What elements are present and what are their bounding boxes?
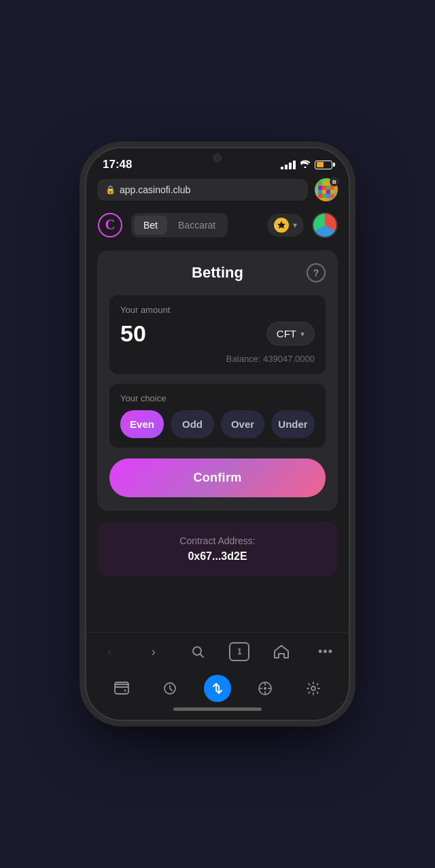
panel-header: Betting ? [109, 264, 326, 282]
browser-nav-row: ‹ › 1 [97, 639, 338, 664]
contract-label: Contract Address: [111, 535, 324, 546]
back-button[interactable]: ‹ [97, 639, 122, 664]
home-bar [173, 707, 262, 711]
amount-section: Your amount 50 CFT ▾ Balance: 439047.000… [109, 295, 326, 374]
choice-buttons: Even Odd Over Under [120, 410, 315, 438]
svg-rect-13 [322, 194, 326, 198]
svg-rect-0 [318, 182, 322, 186]
currency-selector[interactable]: ▾ [267, 214, 304, 237]
avatar-button[interactable]: B [315, 178, 338, 201]
toolbar [97, 672, 338, 703]
search-button[interactable] [186, 639, 210, 664]
wallet-icon [114, 682, 129, 695]
choice-section: Your choice Even Odd Over Under [109, 384, 326, 448]
compass-button[interactable] [250, 676, 280, 701]
svg-rect-14 [326, 194, 330, 198]
token-selector[interactable]: CFT ▾ [266, 322, 315, 346]
nav-tabs: Bet Baccarat [131, 213, 228, 237]
browser-bar: 🔒 app.casinofi.club [86, 174, 349, 205]
url-text: app.casinofi.club [120, 184, 190, 195]
bnb-icon [274, 218, 289, 233]
contract-section: Contract Address: 0x67...3d2E [97, 522, 338, 576]
token-label: CFT [277, 328, 296, 339]
choice-odd-button[interactable]: Odd [171, 410, 214, 438]
choice-label: Your choice [120, 393, 315, 403]
betting-title: Betting [192, 264, 243, 282]
lock-icon: 🔒 [105, 185, 116, 195]
phone-screen: 17:48 [86, 148, 349, 720]
svg-rect-9 [322, 190, 326, 194]
history-button[interactable] [155, 676, 185, 701]
home-button[interactable] [269, 639, 294, 664]
balance-row: Balance: 439047.0000 [120, 352, 315, 365]
amount-label: Your amount [120, 305, 315, 315]
back-icon: ‹ [107, 645, 111, 659]
swap-button[interactable] [204, 675, 231, 702]
top-nav: C Bet Baccarat ▾ [86, 205, 349, 245]
svg-rect-12 [318, 194, 322, 198]
svg-point-25 [264, 687, 266, 690]
betting-panel: Betting ? Your amount 50 CFT ▾ [97, 250, 338, 511]
token-chevron-icon: ▾ [300, 329, 304, 339]
avatar-badge: B [330, 177, 339, 186]
svg-rect-10 [326, 190, 330, 194]
forward-icon: › [152, 645, 156, 659]
tab-baccarat[interactable]: Baccarat [169, 216, 225, 235]
home-indicator [97, 703, 338, 717]
notch [175, 148, 260, 171]
wifi-icon [300, 159, 311, 170]
logo: C [97, 212, 123, 238]
swap-icon [210, 681, 225, 696]
contract-address[interactable]: 0x67...3d2E [111, 550, 324, 563]
svg-point-22 [124, 690, 126, 692]
tab-count-button[interactable]: 1 [229, 642, 249, 661]
choice-under-button[interactable]: Under [271, 410, 315, 438]
camera [213, 154, 222, 162]
more-button[interactable]: ••• [313, 639, 338, 664]
amount-row: 50 CFT ▾ [120, 320, 315, 347]
svg-rect-15 [330, 194, 334, 198]
status-icons [281, 159, 332, 170]
help-icon[interactable]: ? [307, 263, 326, 282]
svg-marker-18 [277, 221, 285, 229]
profile-icon[interactable] [312, 212, 338, 238]
casinofi-logo-icon: C [98, 213, 122, 237]
svg-rect-4 [318, 186, 322, 190]
app-content: C Bet Baccarat ▾ [86, 205, 349, 632]
status-time: 17:48 [103, 158, 132, 171]
settings-button[interactable] [298, 676, 328, 701]
choice-even-button[interactable]: Even [120, 410, 164, 438]
phone-frame: 17:48 [85, 147, 350, 721]
home-icon [274, 645, 289, 658]
tab-count: 1 [237, 647, 242, 656]
battery-icon [315, 161, 332, 169]
clock-icon [163, 682, 177, 695]
forward-button[interactable]: › [141, 639, 166, 664]
balance-text: Balance: 439047.0000 [226, 354, 315, 364]
svg-point-26 [311, 686, 315, 690]
svg-rect-11 [330, 190, 334, 194]
gear-icon [306, 681, 321, 696]
svg-rect-1 [322, 182, 326, 186]
more-icon: ••• [318, 645, 333, 659]
choice-over-button[interactable]: Over [221, 410, 264, 438]
svg-rect-6 [326, 186, 330, 190]
amount-value[interactable]: 50 [120, 320, 146, 347]
signal-bars-icon [281, 161, 296, 169]
chevron-down-icon: ▾ [293, 220, 297, 230]
compass-icon [258, 681, 273, 696]
search-icon [191, 645, 205, 658]
confirm-button[interactable]: Confirm [109, 458, 326, 497]
browser-bottom: ‹ › 1 [86, 632, 349, 720]
svg-rect-8 [318, 190, 322, 194]
url-bar[interactable]: 🔒 app.casinofi.club [97, 179, 308, 201]
tab-bet[interactable]: Bet [134, 216, 167, 235]
wallet-button[interactable] [107, 676, 137, 701]
svg-line-20 [200, 654, 203, 658]
svg-rect-5 [322, 186, 326, 190]
svg-rect-21 [115, 684, 128, 694]
svg-text:C: C [105, 217, 115, 232]
